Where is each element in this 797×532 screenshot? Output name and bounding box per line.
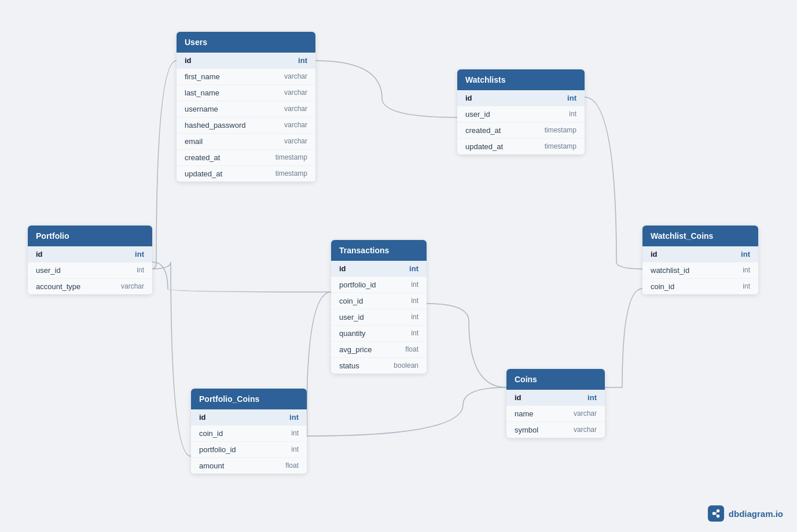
table-users-header: Users [177, 32, 315, 53]
transactions-row-avg-price: avg_price float [331, 342, 427, 358]
table-coins: Coins id int name varchar symbol varchar [506, 369, 605, 438]
portfolio-row-user-id: user_id int [28, 263, 152, 279]
watchlists-row-created-at: created_at timestamp [457, 123, 585, 139]
users-row-email: email varchar [177, 134, 315, 150]
users-row-updated-at: updated_at timestamp [177, 166, 315, 182]
table-portfolio-header: Portfolio [28, 226, 152, 246]
table-watchlists: Watchlists id int user_id int created_at… [457, 69, 585, 154]
users-row-last-name: last_name varchar [177, 85, 315, 101]
watchlists-row-updated-at: updated_at timestamp [457, 139, 585, 154]
coins-row-symbol: symbol varchar [506, 422, 605, 438]
table-watchlists-header: Watchlists [457, 69, 585, 90]
users-row-hashed-password: hashed_password varchar [177, 117, 315, 134]
portfolio-row-account-type: account_type varchar [28, 279, 152, 294]
portfolio-coins-row-portfolio-id: portfolio_id int [191, 442, 307, 458]
transactions-row-quantity: quantity int [331, 326, 427, 342]
watchlist-coins-row-watchlist-id: watchlist_id int [642, 263, 758, 279]
portfolio-coins-row-id: id int [191, 409, 307, 426]
table-portfolio: Portfolio id int user_id int account_typ… [28, 226, 152, 294]
coins-row-id: id int [506, 390, 605, 406]
svg-point-0 [712, 512, 715, 515]
table-users: Users id int first_name varchar last_nam… [177, 32, 315, 182]
table-transactions-header: Transactions [331, 240, 427, 261]
diagram-canvas: Users id int first_name varchar last_nam… [0, 0, 797, 532]
transactions-row-status: status boolean [331, 358, 427, 374]
logo-area: dbdiagram.io [708, 505, 783, 522]
transactions-row-user-id: user_id int [331, 309, 427, 326]
table-watchlist-coins-header: Watchlist_Coins [642, 226, 758, 246]
svg-point-2 [717, 515, 719, 518]
users-row-username: username varchar [177, 101, 315, 117]
portfolio-coins-row-coin-id: coin_id int [191, 426, 307, 442]
users-row-created-at: created_at timestamp [177, 150, 315, 166]
table-coins-header: Coins [506, 369, 605, 390]
watchlists-row-id: id int [457, 90, 585, 106]
users-row-id: id int [177, 53, 315, 69]
svg-line-4 [715, 513, 717, 515]
watchlist-coins-row-coin-id: coin_id int [642, 279, 758, 294]
logo-text: dbdiagram.io [729, 509, 783, 519]
transactions-row-coin-id: coin_id int [331, 293, 427, 309]
table-watchlist-coins: Watchlist_Coins id int watchlist_id int … [642, 226, 758, 294]
svg-point-1 [717, 509, 719, 512]
portfolio-coins-row-amount: amount float [191, 458, 307, 474]
table-portfolio-coins-header: Portfolio_Coins [191, 389, 307, 409]
table-transactions: Transactions id int portfolio_id int coi… [331, 240, 427, 374]
watchlists-row-user-id: user_id int [457, 106, 585, 123]
coins-row-name: name varchar [506, 406, 605, 422]
portfolio-row-id: id int [28, 246, 152, 263]
logo-icon [708, 505, 724, 522]
transactions-row-id: id int [331, 261, 427, 277]
watchlist-coins-row-id: id int [642, 246, 758, 263]
table-portfolio-coins: Portfolio_Coins id int coin_id int portf… [191, 389, 307, 474]
svg-line-3 [715, 512, 717, 513]
transactions-row-portfolio-id: portfolio_id int [331, 277, 427, 293]
users-row-first-name: first_name varchar [177, 69, 315, 85]
